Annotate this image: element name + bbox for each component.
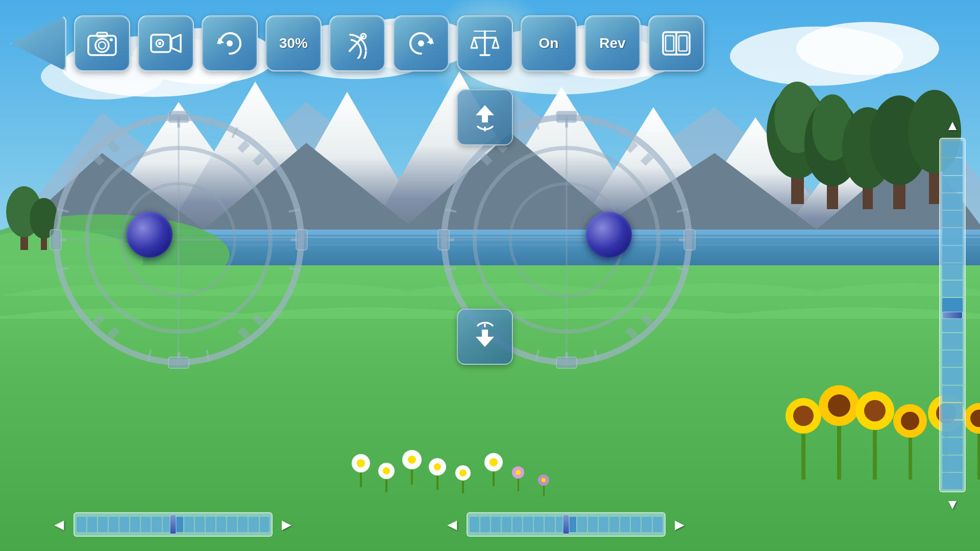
left-joystick[interactable] bbox=[46, 107, 311, 372]
rev-label: Rev bbox=[599, 35, 625, 52]
left-joystick-ball[interactable] bbox=[127, 212, 173, 258]
rev-button[interactable]: Rev bbox=[584, 15, 641, 71]
on-label: On bbox=[539, 35, 559, 52]
svg-point-90 bbox=[110, 38, 113, 41]
camera-video-button[interactable] bbox=[138, 15, 194, 71]
svg-point-94 bbox=[158, 42, 161, 45]
right-horizontal-slider-container: ◄ ► bbox=[444, 512, 688, 537]
svg-rect-111 bbox=[679, 36, 687, 51]
left-slider-left-arrow[interactable]: ◄ bbox=[51, 515, 67, 534]
upload-button[interactable] bbox=[457, 89, 513, 145]
right-slider-right-arrow[interactable]: ► bbox=[672, 515, 688, 534]
svg-marker-112 bbox=[476, 105, 494, 122]
left-horizontal-slider-track[interactable] bbox=[74, 512, 273, 537]
satellite-dish-icon bbox=[342, 28, 373, 59]
zoom-label: 30% bbox=[279, 35, 308, 52]
svg-point-96 bbox=[227, 40, 233, 46]
svg-rect-89 bbox=[97, 33, 107, 37]
svg-rect-110 bbox=[666, 36, 674, 51]
right-horizontal-slider-track[interactable] bbox=[467, 512, 666, 537]
rotate-cw-button[interactable] bbox=[202, 15, 258, 71]
main-area: ◄ bbox=[0, 77, 980, 551]
toolbar: 30% On Rev bbox=[10, 10, 970, 77]
camera-photo-button[interactable] bbox=[74, 15, 130, 71]
vertical-slider-thumb[interactable] bbox=[942, 312, 963, 319]
rotate-cw-icon bbox=[215, 29, 244, 58]
svg-marker-114 bbox=[476, 330, 494, 347]
left-slider-right-arrow[interactable]: ► bbox=[279, 515, 295, 534]
svg-marker-92 bbox=[172, 35, 181, 52]
svg-point-101 bbox=[362, 35, 364, 37]
zoom-level-button[interactable]: 30% bbox=[265, 15, 322, 71]
svg-point-88 bbox=[99, 42, 106, 49]
vertical-slider-up-arrow[interactable]: ▲ bbox=[945, 117, 960, 134]
back-arrow-button[interactable] bbox=[10, 15, 66, 71]
rotate-ccw-icon bbox=[406, 29, 436, 58]
camera-photo-icon bbox=[87, 30, 117, 58]
svg-rect-161 bbox=[684, 230, 695, 250]
svg-rect-135 bbox=[168, 111, 189, 122]
svg-rect-160 bbox=[438, 230, 449, 250]
rotate-ccw-button[interactable] bbox=[393, 15, 449, 71]
vertical-slider-container: ▲ ▼ bbox=[939, 117, 966, 513]
svg-point-103 bbox=[418, 40, 424, 46]
vertical-slider-down-arrow[interactable]: ▼ bbox=[945, 496, 960, 513]
signal-button[interactable] bbox=[329, 15, 385, 71]
download-button[interactable] bbox=[457, 309, 513, 365]
balance-button[interactable] bbox=[457, 15, 513, 71]
split-view-icon bbox=[662, 31, 691, 56]
left-joystick-ring[interactable] bbox=[46, 107, 311, 372]
split-view-button[interactable] bbox=[648, 15, 704, 71]
svg-rect-159 bbox=[556, 357, 577, 368]
svg-rect-137 bbox=[50, 230, 61, 250]
right-slider-left-arrow[interactable]: ◄ bbox=[444, 515, 460, 534]
svg-rect-136 bbox=[168, 357, 189, 368]
upload-icon bbox=[469, 101, 502, 134]
on-off-button[interactable]: On bbox=[521, 15, 577, 71]
balance-scale-icon bbox=[469, 29, 501, 58]
left-horizontal-slider-container: ◄ bbox=[51, 512, 295, 537]
right-slider-thumb[interactable] bbox=[562, 515, 569, 534]
left-slider-thumb[interactable] bbox=[169, 515, 176, 534]
svg-rect-138 bbox=[296, 230, 307, 250]
right-joystick-ball[interactable] bbox=[586, 212, 632, 258]
svg-point-87 bbox=[95, 39, 109, 52]
download-icon bbox=[469, 320, 502, 354]
vertical-slider-track[interactable] bbox=[939, 138, 966, 492]
svg-rect-158 bbox=[556, 111, 577, 122]
video-camera-icon bbox=[150, 31, 182, 56]
